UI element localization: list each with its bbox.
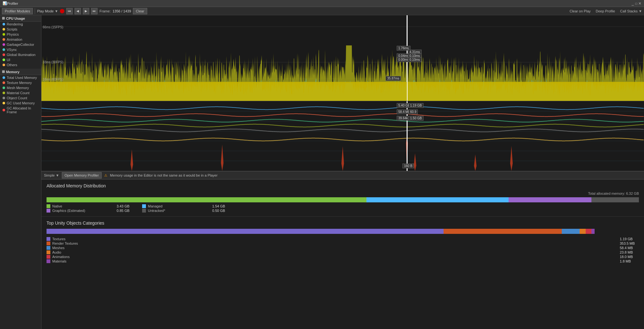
alloc-title: Allocated Memory Distribution: [47, 183, 639, 188]
warning-text: Memory usage in the Editor is not the sa…: [110, 173, 218, 177]
call-stacks-label: Call Stacks: [620, 9, 638, 13]
sidebar-item-memory[interactable]: Texture Memory: [0, 80, 41, 85]
sidebar-item-memory[interactable]: Mesh Memory: [0, 85, 41, 90]
objects-legend-item: Meshes58.4 MB: [47, 246, 639, 250]
title-text: Profiler: [7, 2, 18, 5]
cpu-section-label: CPU Usage: [6, 17, 25, 20]
sidebar-item-cpu[interactable]: Physics: [0, 32, 41, 37]
frame-value: 1356 / 1439: [112, 9, 131, 13]
record-btn[interactable]: [60, 9, 64, 13]
objects-segment: [444, 229, 562, 234]
next-frame-btn[interactable]: ▶: [83, 8, 89, 14]
toolbar: Profiler Modules Play Mode ▼ ⏮ ◀ ▶ ⏭ Fra…: [0, 7, 644, 15]
memory-section-label: Memory: [6, 70, 19, 74]
cpu-section-header: ⊞ CPU Usage: [0, 15, 41, 22]
step-back-btn[interactable]: ⏮: [66, 8, 73, 14]
sidebar-item-cpu[interactable]: VSync: [0, 47, 41, 52]
bottom-bar: Simple ▼ Open Memory Profiler ⚠ Memory u…: [41, 171, 644, 179]
mem-cursor-line: [407, 101, 408, 171]
objects-segment: [47, 229, 444, 234]
objects-segment: [586, 229, 592, 234]
alloc-legend-item: Untracked*0.50 GB: [142, 209, 231, 213]
memory-items: Total Used MemoryTexture MemoryMesh Memo…: [0, 75, 41, 115]
play-mode-label: Play Mode: [37, 9, 54, 13]
sidebar-item-cpu[interactable]: Scripts: [0, 27, 41, 32]
alloc-segment: [47, 197, 366, 202]
alloc-bar: [47, 197, 639, 202]
sidebar: ⊞ CPU Usage RenderingScriptsPhysicsAnima…: [0, 15, 41, 329]
window-controls: ⎯ ☐ ✕: [632, 1, 641, 6]
clear-on-play-label: Clear on Play: [569, 9, 590, 13]
sidebar-item-cpu[interactable]: Others: [0, 62, 41, 67]
memory-chart[interactable]: 5.40 GB 1.19 GB 58.4 MB 60.9 39.64k 1.50…: [41, 101, 644, 171]
play-mode-dropdown[interactable]: Play Mode ▼: [37, 9, 58, 13]
alloc-section: Allocated Memory Distribution Total allo…: [41, 179, 644, 217]
objects-segment: [591, 229, 594, 234]
alloc-legend-item: Graphics (Estimated)0.85 GB: [47, 209, 136, 213]
prev-frame-btn[interactable]: ◀: [75, 8, 81, 14]
cpu-section-icon: ⊞: [2, 16, 5, 20]
title-icon: 📊: [3, 1, 7, 5]
sidebar-item-cpu[interactable]: Animation: [0, 37, 41, 42]
alloc-legend-item: Managed1.54 GB: [142, 204, 231, 208]
objects-segment: [562, 229, 580, 234]
alloc-legend: Native3.43 GBManaged1.54 GBGraphics (Est…: [47, 204, 639, 213]
sidebar-item-memory[interactable]: Total Used Memory: [0, 75, 41, 80]
simple-label: Simple: [44, 173, 55, 177]
simple-dropdown[interactable]: Simple ▼: [44, 173, 59, 177]
call-stacks-dropdown[interactable]: Call Stacks ▼: [620, 9, 642, 13]
memory-section-header: ⊞ Memory: [0, 69, 41, 75]
objects-bar: [47, 229, 639, 234]
objects-segment: [580, 229, 586, 234]
alloc-segment: [591, 197, 639, 202]
objects-section: Top Unity Objects Categories Textures1.1…: [41, 217, 644, 267]
objects-title: Top Unity Objects Categories: [47, 220, 639, 226]
memory-section-icon: ⊞: [2, 70, 5, 74]
sidebar-item-cpu[interactable]: Global Illumination: [0, 52, 41, 57]
alloc-segment: [509, 197, 591, 202]
sidebar-item-cpu[interactable]: GarbageCollector: [0, 42, 41, 47]
title-bar: 📊 Profiler ⎯ ☐ ✕: [0, 0, 644, 7]
objects-legend-item: Animations18.0 MB: [47, 255, 639, 259]
cpu-items: RenderingScriptsPhysicsAnimationGarbageC…: [0, 22, 41, 67]
objects-legend-item: Render Textures353.5 MB: [47, 242, 639, 245]
open-memory-profiler-btn[interactable]: Open Memory Profiler: [62, 172, 102, 178]
deep-profile-label: Deep Profile: [596, 9, 615, 13]
step-forward-btn[interactable]: ⏭: [91, 8, 98, 14]
sidebar-item-cpu[interactable]: UI: [0, 57, 41, 62]
sidebar-item-cpu[interactable]: Rendering: [0, 22, 41, 27]
sidebar-item-memory[interactable]: Object Count: [0, 95, 41, 101]
sidebar-item-memory[interactable]: GC Allocated In Frame: [0, 106, 41, 115]
alloc-total: Total allocated memory: 6.32 GB: [47, 192, 639, 195]
objects-legend-item: Textures1.19 GB: [47, 237, 639, 241]
alloc-legend-item: Native3.43 GB: [47, 204, 136, 208]
objects-legend: Textures1.19 GBRender Textures353.5 MBMe…: [47, 237, 639, 263]
sidebar-item-memory[interactable]: Material Count: [0, 90, 41, 95]
fps60-label: 16ms (60FPS): [43, 78, 63, 81]
clear-btn[interactable]: Clear: [133, 8, 147, 14]
fps30-label: 33ms (30FPS): [43, 60, 63, 64]
warning-icon: ⚠: [104, 173, 107, 178]
objects-legend-item: Audio23.8 MB: [47, 250, 639, 254]
cpu-chart[interactable]: 66ms (15FPS) 33ms (30FPS) 16ms (60FPS) 1…: [41, 15, 644, 101]
frame-label: Frame:: [99, 9, 111, 13]
main-content: 66ms (15FPS) 33ms (30FPS) 16ms (60FPS) 1…: [41, 15, 644, 329]
cpu-cursor-line: [407, 15, 408, 101]
sidebar-item-memory[interactable]: GC Used Memory: [0, 101, 41, 106]
fps15-label: 66ms (15FPS): [43, 25, 63, 29]
profiler-modules-btn[interactable]: Profiler Modules: [2, 8, 33, 14]
objects-legend-item: Materials1.8 MB: [47, 259, 639, 263]
alloc-segment: [366, 197, 509, 202]
